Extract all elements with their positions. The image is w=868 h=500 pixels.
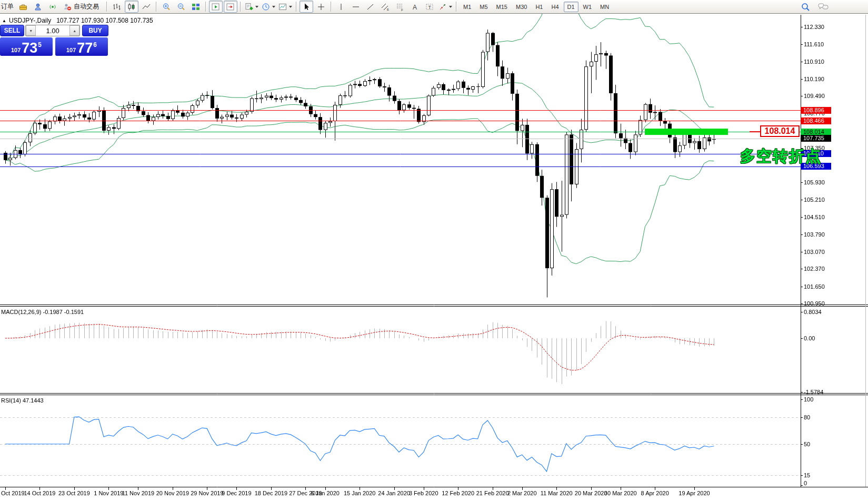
volume-increase-button[interactable]: ▲ — [69, 25, 79, 36]
clock-icon — [262, 3, 271, 11]
date-tick-label: 9 Dec 2019 — [222, 490, 251, 496]
macd-scale-label: 0.8034 — [804, 309, 822, 315]
templates-button[interactable] — [277, 1, 293, 13]
level-price-text: 108.014 — [765, 126, 795, 136]
level-price-callout[interactable]: 108.014 — [760, 125, 800, 137]
equidistant-channel-icon[interactable]: E — [378, 1, 392, 13]
rsi-scale-label: 15 — [804, 472, 810, 478]
volume-stepper: ▼ ▲ — [25, 25, 80, 36]
trendline-icon[interactable] — [364, 1, 377, 13]
price-tick-label: 102.370 — [804, 266, 825, 272]
chat-icon[interactable] — [817, 1, 831, 13]
fibonacci-icon[interactable]: F — [393, 1, 407, 13]
timeframe-w1[interactable]: W1 — [580, 2, 596, 12]
crosshair-icon[interactable] — [314, 1, 328, 13]
svg-text:F: F — [401, 8, 403, 11]
auto-scroll-icon[interactable] — [209, 1, 223, 13]
timeframe-m15[interactable]: M15 — [493, 2, 511, 12]
chart-mini-icon: ▲ — [2, 18, 6, 23]
volume-decrease-button[interactable]: ▼ — [26, 25, 36, 36]
chart-title-bar: ▲ USDJPY-,Daily 107.727 107.930 107.508 … — [2, 17, 153, 24]
price-tick-label: 111.610 — [804, 41, 824, 47]
toolbar-separator — [106, 2, 107, 12]
zoom-out-icon[interactable] — [174, 1, 188, 13]
candlestick-chart-icon[interactable] — [125, 1, 138, 13]
chart-shift-icon[interactable] — [224, 1, 237, 13]
dropdown-caret — [289, 6, 292, 8]
timeframe-m5[interactable]: M5 — [476, 2, 491, 12]
macd-scale-label: 0.00 — [804, 335, 815, 341]
date-tick-label: 19 Apr 2020 — [679, 490, 710, 496]
template-icon — [278, 3, 287, 11]
date-tick-label: 20 Mar 2020 — [575, 490, 607, 496]
one-click-trading-panel: SELL ▼ ▲ BUY 107 73 5 107 77 6 — [0, 25, 108, 56]
timeframe-bar: M1M5M15M30H1H4D1W1MN — [459, 2, 613, 12]
date-tick-label: 29 Nov 2019 — [191, 490, 223, 496]
timeframe-m30[interactable]: M30 — [512, 2, 531, 12]
price-tick-label: 112.330 — [804, 24, 824, 30]
arrows-button[interactable] — [437, 1, 453, 13]
timeframe-mn[interactable]: MN — [596, 2, 613, 12]
chart-ohlc-values: 107.727 107.930 107.508 107.735 — [56, 17, 153, 24]
timeframe-h4[interactable]: H4 — [547, 2, 562, 12]
buy-price-box[interactable]: 107 77 6 — [55, 37, 108, 56]
vertical-line-icon[interactable] — [334, 1, 348, 13]
horizontal-line-icon[interactable] — [349, 1, 363, 13]
toolbar-separator — [331, 2, 332, 12]
price-tick-label: 103.790 — [804, 231, 825, 238]
macd-label: MACD(12,26,9) -0.1987 -0.1591 — [1, 309, 84, 315]
timeframe-h1[interactable]: H1 — [532, 2, 546, 12]
date-tick-label: 21 Feb 2020 — [476, 490, 509, 496]
price-tick-label: 110.190 — [804, 76, 824, 82]
toolbar-separator — [456, 2, 457, 12]
cursor-icon[interactable] — [300, 1, 313, 13]
new-chart-button[interactable] — [244, 1, 260, 13]
arrow-shapes-icon — [438, 3, 447, 11]
date-tick-label: 11 Mar 2020 — [541, 490, 573, 496]
timeframe-m1[interactable]: M1 — [460, 2, 475, 12]
date-tick-label: 6 Jan 2020 — [311, 490, 340, 496]
market-user-icon[interactable] — [31, 1, 45, 13]
rsi-scale-label: 50 — [804, 441, 810, 447]
turning-point-note[interactable]: 多空转折点 — [740, 146, 822, 167]
date-tick-label: 1 Nov 2019 — [94, 490, 123, 496]
search-icon[interactable] — [799, 1, 812, 13]
price-tick-label: 104.510 — [804, 214, 825, 220]
buy-button[interactable]: BUY — [82, 25, 108, 36]
rsi-scale-label: 100 — [804, 396, 813, 403]
new-chart-icon — [245, 3, 254, 11]
toolbar-separator — [205, 2, 206, 12]
buy-price-figure: 107 — [66, 47, 76, 53]
date-tick-label: 3 Feb 2020 — [409, 490, 438, 496]
price-tick-label: 109.490 — [804, 93, 825, 99]
timeframe-d1[interactable]: D1 — [564, 2, 578, 12]
signal-icon[interactable] — [46, 1, 59, 13]
top-toolbar: 订单 自动交易 — [0, 0, 868, 14]
text-icon[interactable]: A — [408, 1, 422, 13]
dropdown-caret — [255, 6, 258, 8]
volume-input[interactable] — [36, 25, 69, 36]
zoom-in-icon[interactable] — [159, 1, 173, 13]
macd-scale-label: -1.5784 — [804, 389, 823, 395]
sell-price-box[interactable]: 107 73 5 — [0, 37, 53, 56]
auto-trading-icon — [63, 3, 72, 11]
date-tick-label: 24 Jan 2020 — [378, 490, 410, 496]
tile-windows-icon[interactable] — [189, 1, 203, 13]
auto-trading-button[interactable]: 自动交易 — [61, 1, 104, 13]
periods-button[interactable] — [261, 1, 276, 13]
toolbox-icon[interactable] — [16, 1, 30, 13]
chart-canvas[interactable] — [0, 0, 868, 500]
svg-text:A: A — [413, 3, 417, 11]
price-tick-label: 100.950 — [804, 300, 825, 307]
bar-chart-icon[interactable] — [110, 1, 124, 13]
sell-button[interactable]: SELL — [0, 25, 24, 36]
line-chart-icon[interactable] — [139, 1, 153, 13]
price-badge-108.466: 108.466 — [801, 117, 831, 124]
new-order-button[interactable]: 订单 — [1, 2, 14, 11]
text-label-icon[interactable]: T — [423, 1, 436, 13]
date-tick-label: 8 Apr 2020 — [641, 490, 669, 496]
price-tick-label: 105.930 — [804, 179, 825, 185]
dropdown-caret — [449, 6, 452, 8]
date-tick-label: 20 Nov 2019 — [156, 490, 189, 496]
price-badge-108.014: 108.014 — [801, 129, 831, 135]
